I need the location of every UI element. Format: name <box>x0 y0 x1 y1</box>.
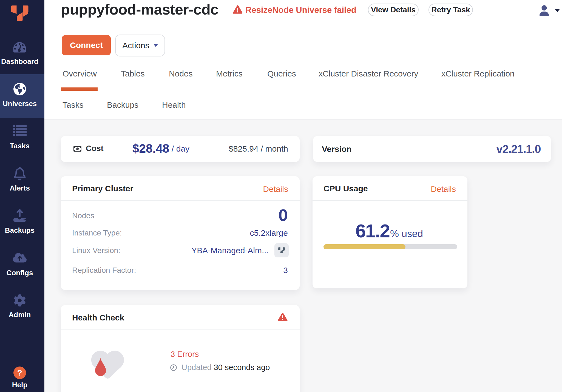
svg-text:1: 1 <box>77 148 78 150</box>
